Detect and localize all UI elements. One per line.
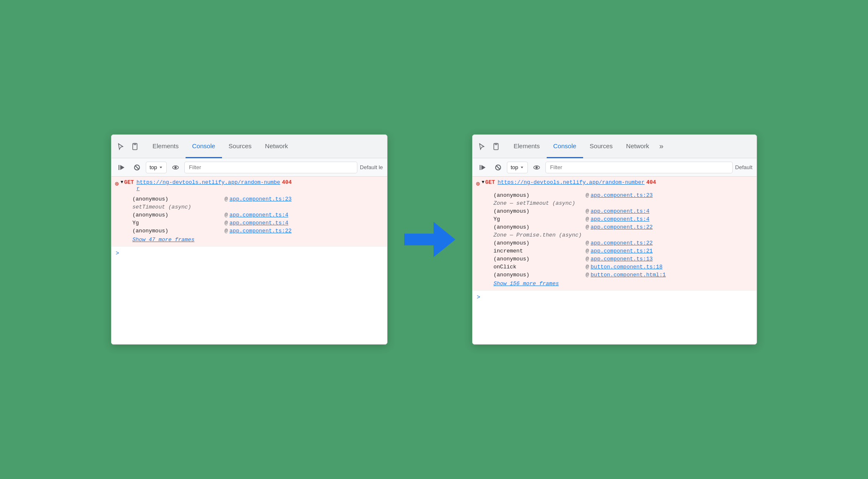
left-expand-toggle[interactable]: ▼ xyxy=(121,180,124,185)
right-eye-button[interactable] xyxy=(530,161,543,174)
right-error-entry: ⊗ ▼ GET https://ng-devtools.netlify.app/… xyxy=(473,177,757,291)
right-async-0: Zone — setTimeout (async) xyxy=(473,199,757,207)
clear-button[interactable] xyxy=(131,161,143,174)
left-show-more-link[interactable]: Show 47 more frames xyxy=(111,235,387,245)
right-stack-label-6: (anonymous) xyxy=(493,256,586,262)
right-file-6[interactable]: app.component.ts:13 xyxy=(591,256,653,262)
left-file-2[interactable]: app.component.ts:4 xyxy=(230,220,288,226)
right-stack-row-8: (anonymous) @ button.component.html:1 xyxy=(473,271,757,279)
right-file-3[interactable]: app.component.ts:22 xyxy=(591,224,653,230)
right-file-2[interactable]: app.component.ts:4 xyxy=(591,216,649,222)
left-tab-elements[interactable]: Elements xyxy=(146,135,186,158)
left-at-3: @ xyxy=(225,228,228,234)
right-url-link[interactable]: https://ng-devtools.netlify.app/random-n… xyxy=(498,179,645,185)
cursor-icon[interactable] xyxy=(115,141,127,152)
svg-marker-15 xyxy=(521,167,523,168)
execute-button[interactable] xyxy=(116,161,128,174)
right-tab-console[interactable]: Console xyxy=(547,135,583,158)
blue-arrow xyxy=(404,222,455,257)
left-tab-console[interactable]: Console xyxy=(186,135,222,158)
right-at-1: @ xyxy=(586,208,589,214)
right-device-icon[interactable] xyxy=(490,141,502,152)
left-tab-icons xyxy=(115,141,141,152)
left-stack-label-2: Yg xyxy=(132,220,225,226)
right-tab-network[interactable]: Network xyxy=(620,135,656,158)
left-stack-row-3: (anonymous) @ app.component.ts:22 xyxy=(111,227,387,235)
left-at-0: @ xyxy=(225,196,228,202)
right-prompt-chevron: > xyxy=(477,294,480,301)
left-devtools-panel: Elements Console Sources Network xyxy=(111,134,388,345)
right-stack-row-2: Yg @ app.component.ts:4 xyxy=(473,215,757,223)
right-stack-label-8: (anonymous) xyxy=(493,272,586,278)
right-context-selector[interactable]: top xyxy=(507,162,528,173)
right-file-8[interactable]: button.component.html:1 xyxy=(591,272,666,278)
left-file-3[interactable]: app.component.ts:22 xyxy=(230,228,292,234)
right-console-content: ⊗ ▼ GET https://ng-devtools.netlify.app/… xyxy=(473,177,757,344)
dropdown-icon xyxy=(159,165,163,170)
right-at-2: @ xyxy=(586,216,589,222)
svg-rect-10 xyxy=(495,143,497,144)
right-at-7: @ xyxy=(586,264,589,270)
right-file-7[interactable]: button.component.ts:18 xyxy=(591,264,663,270)
right-console-toolbar: top Default xyxy=(473,158,757,177)
right-file-5[interactable]: app.component.ts:21 xyxy=(591,248,653,254)
right-dropdown-icon xyxy=(520,165,524,170)
right-async-1: Zone — Promise.then (async) xyxy=(473,231,757,239)
right-at-8: @ xyxy=(586,272,589,278)
right-expand-toggle[interactable]: ▼ xyxy=(482,180,485,185)
left-console-prompt[interactable]: > xyxy=(111,247,387,260)
left-stack-rows: (anonymous) @ app.component.ts:23 setTim… xyxy=(111,194,387,246)
right-stack-rows: (anonymous) @ app.component.ts:23 Zone —… xyxy=(473,191,757,290)
right-stack-label-5: increment xyxy=(493,248,586,254)
left-error-row: ⊗ ▼ GET https://ng-devtools.netlify.app/… xyxy=(111,177,387,194)
left-stack-label-0: (anonymous) xyxy=(132,196,225,202)
left-stack-label-3: (anonymous) xyxy=(132,228,225,234)
svg-line-14 xyxy=(496,166,500,169)
right-stack-label-0: (anonymous) xyxy=(493,192,586,198)
svg-marker-6 xyxy=(160,167,162,168)
left-stack-row-0: (anonymous) @ app.component.ts:23 xyxy=(111,195,387,203)
left-at-1: @ xyxy=(225,212,228,218)
eye-button[interactable] xyxy=(169,161,182,174)
right-tab-more[interactable]: » xyxy=(656,135,667,158)
filter-input[interactable] xyxy=(184,162,357,173)
right-stack-row-6: (anonymous) @ app.component.ts:13 xyxy=(473,255,757,263)
left-url-link[interactable]: https://ng-devtools.netlify.app/random-n… xyxy=(137,179,280,192)
left-stack-row-2: Yg @ app.component.ts:4 xyxy=(111,219,387,227)
right-clear-button[interactable] xyxy=(492,161,504,174)
context-selector[interactable]: top xyxy=(146,162,167,173)
left-tab-network[interactable]: Network xyxy=(258,135,295,158)
right-stack-row-7: onClick @ button.component.ts:18 xyxy=(473,263,757,271)
right-at-5: @ xyxy=(586,248,589,254)
right-default-level-label: Default xyxy=(735,164,752,170)
right-tab-bar: Elements Console Sources Network » xyxy=(473,135,757,158)
left-tab-sources[interactable]: Sources xyxy=(222,135,258,158)
right-stack-label-2: Yg xyxy=(493,216,586,222)
svg-marker-2 xyxy=(120,165,124,170)
right-stack-label-7: onClick xyxy=(493,264,586,270)
left-file-1[interactable]: app.component.ts:4 xyxy=(230,212,288,218)
right-at-0: @ xyxy=(586,192,589,198)
right-stack-row-0: (anonymous) @ app.component.ts:23 xyxy=(473,191,757,199)
arrow-head xyxy=(434,222,455,257)
svg-point-17 xyxy=(536,167,537,168)
right-console-prompt[interactable]: > xyxy=(473,291,757,304)
left-stack-label-1: (anonymous) xyxy=(132,212,225,218)
right-at-3: @ xyxy=(586,224,589,230)
right-file-0[interactable]: app.component.ts:23 xyxy=(591,192,653,198)
right-cursor-icon[interactable] xyxy=(476,141,488,152)
right-file-1[interactable]: app.component.ts:4 xyxy=(591,208,649,214)
svg-rect-1 xyxy=(134,143,136,144)
right-error-circle-icon: ⊗ xyxy=(476,180,480,188)
left-file-0[interactable]: app.component.ts:23 xyxy=(230,196,292,202)
right-tab-sources[interactable]: Sources xyxy=(583,135,620,158)
right-devtools-panel: Elements Console Sources Network » xyxy=(472,134,757,345)
right-show-more-link[interactable]: Show 156 more frames xyxy=(473,279,757,289)
right-tab-elements[interactable]: Elements xyxy=(507,135,547,158)
device-icon[interactable] xyxy=(129,141,141,152)
right-at-4: @ xyxy=(586,240,589,246)
right-execute-button[interactable] xyxy=(477,161,489,174)
right-file-4[interactable]: app.component.ts:22 xyxy=(591,240,653,246)
right-filter-input[interactable] xyxy=(545,162,733,173)
left-get-label: GET xyxy=(124,179,134,185)
